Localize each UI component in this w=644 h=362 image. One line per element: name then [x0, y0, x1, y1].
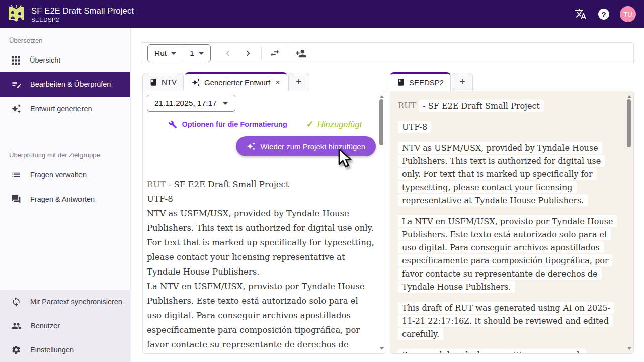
chevron-left-icon [222, 48, 233, 59]
caret-down-icon [223, 102, 228, 105]
tab-seedsp2[interactable]: SEEDSP2 [390, 72, 451, 91]
apply-draft-button[interactable]: Wieder zum Projekt hinzufügen [236, 136, 376, 156]
help-button[interactable]: ? [594, 4, 614, 24]
section-label-translate: Übersetzen [0, 28, 130, 48]
scripture-paragraph: NTV as USFM/USX, provided by Tyndale Hou… [147, 206, 375, 279]
left-panel-tabs: NTV Generierter Entwurf × + [142, 72, 386, 91]
project-scripture-text[interactable]: RUT - SF E2E Draft Small Project UTF-8 N… [390, 91, 633, 354]
book-id: RUT [147, 179, 166, 189]
right-panel-tabs: SEEDSP2 + [390, 72, 634, 91]
edit-note-icon [11, 79, 21, 89]
left-panel-scrollbar[interactable] [378, 92, 385, 352]
sidebar-item-questions-answers[interactable]: Fragen & Antworten [0, 187, 130, 211]
close-icon[interactable]: × [275, 78, 280, 87]
list-icon [11, 170, 21, 180]
forum-icon [11, 194, 21, 204]
app-header: SF E2E Draft Small Project SEEDSP2 ? TU [0, 0, 644, 28]
tab-ntv[interactable]: NTV [142, 73, 184, 91]
scripture-line: UTF-8 [147, 192, 375, 206]
sidebar-item-generate-draft[interactable]: Entwurf generieren [0, 97, 130, 121]
sidebar-item-label: Übersicht [30, 56, 60, 64]
right-panel-scrollbar[interactable] [626, 92, 632, 352]
book-select[interactable]: Rut [148, 45, 183, 62]
avatar[interactable]: TU [620, 6, 636, 22]
sidebar-item-settings[interactable]: Einstellungen [0, 338, 130, 362]
sidebar: Übersetzen Übersicht Bearbeiten & Überpr… [0, 28, 131, 362]
book-id: RUT [398, 101, 416, 110]
caret-down-icon [171, 52, 176, 55]
translate-icon [575, 8, 587, 20]
scripture-forge-logo [7, 4, 25, 24]
sidebar-item-label: Benutzer [31, 322, 60, 330]
scroll-up-arrow[interactable] [626, 93, 632, 99]
project-title-block: SF E2E Draft Small Project SEEDSP2 [31, 6, 134, 23]
sidebar-item-manage-questions[interactable]: Fragen verwalten [0, 163, 130, 187]
sidebar-item-label: Fragen verwalten [30, 171, 87, 179]
help-icon: ? [598, 9, 609, 20]
draft-header: 21.11.2025, 17:17 Optionen für die Forma… [143, 91, 386, 156]
swap-horiz-icon [269, 48, 280, 59]
draft-scripture-text[interactable]: RUT - SF E2E Draft Small Project UTF-8 N… [143, 156, 386, 354]
chevron-right-icon [243, 48, 254, 59]
sidebar-item-overview[interactable]: Übersicht [0, 48, 130, 72]
book-icon [149, 78, 157, 86]
sidebar-item-edit-review[interactable]: Bearbeiten & Überprüfen [0, 72, 130, 97]
tab-label: NTV [162, 78, 177, 86]
plus-icon: + [296, 76, 302, 88]
people-icon [11, 321, 22, 331]
add-tab-button[interactable]: + [288, 73, 309, 91]
scrollbar-thumb[interactable] [627, 99, 631, 147]
sidebar-item-label: Entwurf generieren [30, 105, 92, 113]
book-icon [397, 78, 405, 86]
draft-status-row: Optionen für die Formatierung ✓ Hinzugef… [147, 119, 382, 130]
scripture-paragraph: Paragraph breaks have positions preserve… [398, 348, 614, 354]
project-title: SF E2E Draft Small Project [31, 6, 134, 16]
main-content: Rut 1 [131, 28, 644, 362]
sidebar-item-label: Bearbeiten & Überprüfen [30, 80, 111, 88]
prev-chapter-button[interactable] [218, 43, 238, 63]
wrench-icon [169, 120, 177, 129]
scrollbar-thumb[interactable] [379, 99, 383, 145]
scroll-down-arrow[interactable] [626, 345, 632, 351]
tab-generated-draft[interactable]: Generierter Entwurf × [185, 72, 287, 91]
add-tab-button[interactable]: + [452, 73, 473, 91]
language-button[interactable] [571, 4, 591, 24]
sparkle-icon [11, 104, 21, 114]
sparkle-icon [192, 78, 200, 87]
scroll-down-arrow[interactable] [378, 345, 385, 351]
chapter-select[interactable]: 1 [183, 45, 210, 62]
apps-grid-icon [11, 56, 21, 65]
scripture-line: UTF-8 [398, 120, 614, 133]
tab-label: Generierter Entwurf [204, 78, 270, 87]
section-label-community-checking: Überprüfung mit der Zielgruppe [0, 143, 130, 163]
swap-source-button[interactable] [265, 43, 285, 63]
scroll-up-arrow[interactable] [378, 93, 385, 99]
share-button[interactable] [291, 43, 311, 63]
chapter-toolbar: Rut 1 [141, 42, 634, 64]
scripture-heading: RUT - SF E2E Draft Small Project [398, 99, 614, 112]
sidebar-item-label: Fragen & Antworten [30, 195, 95, 203]
sidebar-bottom-section: Mit Paratext synchronisieren Benutzer Ei… [0, 290, 130, 362]
right-panel: SEEDSP2 + RUT - SF E2E Draft Small Proje… [390, 72, 634, 354]
sidebar-item-users[interactable]: Benutzer [0, 314, 130, 338]
generated-draft-panel-body: 21.11.2025, 17:17 Optionen für die Forma… [142, 90, 386, 354]
scripture-paragraph: La NTV en USFM/USX, provisto por Tyndale… [147, 279, 375, 354]
project-text-panel-body: RUT - SF E2E Draft Small Project UTF-8 N… [390, 90, 634, 354]
sync-icon [11, 297, 21, 307]
sidebar-item-sync-paratext[interactable]: Mit Paratext synchronisieren [0, 290, 130, 314]
sidebar-item-label: Einstellungen [30, 346, 74, 354]
toolbar-divider [261, 47, 262, 60]
sidebar-item-label: Mit Paratext synchronisieren [30, 298, 122, 306]
book-chapter-select-group: Rut 1 [147, 44, 211, 62]
person-add-icon [295, 48, 307, 59]
plus-icon: + [459, 76, 465, 88]
scripture-paragraph: NTV as USFM/USX, provided by Tyndale Hou… [398, 141, 614, 207]
left-panel: NTV Generierter Entwurf × + [142, 72, 386, 354]
next-chapter-button[interactable] [238, 43, 258, 63]
format-options-link[interactable]: Optionen für die Formatierung [169, 120, 287, 129]
tab-label: SEEDSP2 [409, 78, 444, 87]
draft-date-select[interactable]: 21.11.2025, 17:17 [147, 95, 235, 112]
gear-icon [11, 345, 21, 355]
check-icon: ✓ [306, 119, 314, 130]
toolbar-divider [288, 47, 288, 60]
